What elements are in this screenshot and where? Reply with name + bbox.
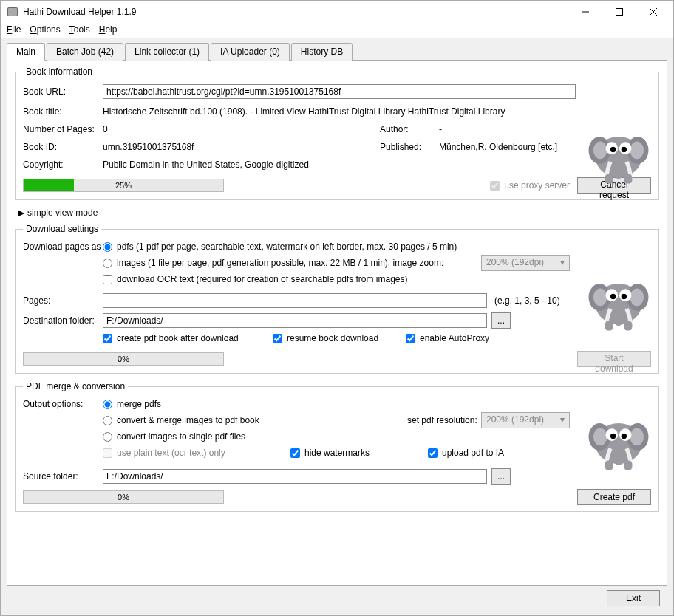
book-info-progress-text: 25%	[24, 179, 223, 192]
menu-options[interactable]: Options	[30, 24, 60, 35]
titlebar: Hathi Download Helper 1.1.9	[1, 1, 673, 23]
window-title: Hathi Download Helper 1.1.9	[23, 7, 568, 17]
svg-point-14	[622, 147, 627, 152]
app-icon	[7, 6, 18, 18]
svg-rect-39	[614, 444, 622, 465]
close-icon	[650, 8, 657, 16]
copyright-label: Copyright:	[23, 160, 103, 170]
plain-text-checkbox	[103, 448, 112, 458]
menubar: File Options Tools Help	[1, 23, 673, 38]
proxy-checkbox	[490, 181, 500, 191]
simple-view-toggle[interactable]: ▶ simple view mode	[18, 208, 659, 218]
book-title-label: Book title:	[23, 106, 103, 117]
pdf-merge-legend: PDF merge & conversion	[23, 381, 128, 391]
footer: Exit	[7, 586, 667, 611]
start-download-button[interactable]: Start download	[577, 351, 651, 367]
plain-text-label: use plain text (ocr text) only	[117, 448, 225, 458]
svg-rect-17	[624, 174, 632, 184]
ocr-label: download OCR text (required for creation…	[117, 274, 408, 284]
upload-ia-checkbox[interactable]	[428, 448, 438, 458]
svg-point-13	[610, 147, 616, 152]
svg-rect-28	[605, 321, 613, 331]
convert-merge-radio[interactable]	[103, 416, 112, 425]
images-radio-label: images (1 file per page, pdf generation …	[117, 258, 443, 268]
pdfs-radio[interactable]	[103, 242, 112, 252]
tab-main[interactable]: Main	[7, 43, 45, 61]
simple-view-label: simple view mode	[27, 208, 98, 218]
tab-panel-main: Book information Book URL: Book title: H…	[7, 60, 667, 586]
proxy-checkbox-wrap: use proxy server	[490, 180, 570, 191]
elephant-icon	[585, 267, 653, 335]
svg-point-22	[630, 288, 644, 306]
autoproxy-label: enable AutoProxy	[420, 333, 489, 343]
download-progress: 0%	[23, 352, 224, 366]
resume-checkbox[interactable]	[273, 334, 282, 343]
maximize-button[interactable]	[602, 1, 636, 23]
bookid-label: Book ID:	[23, 142, 103, 152]
tab-batch[interactable]: Batch Job (42)	[47, 43, 123, 61]
pages-field-label: Pages:	[23, 295, 103, 306]
bookid-value: umn.31951001375168f	[103, 142, 380, 152]
menu-tools[interactable]: Tools	[69, 24, 90, 35]
minimize-icon	[582, 8, 589, 16]
svg-point-10	[630, 141, 644, 159]
tab-history[interactable]: History DB	[291, 43, 353, 61]
menu-help[interactable]: Help	[99, 24, 118, 35]
download-settings-group: Download settings Download pages as pdfs…	[15, 224, 659, 374]
svg-rect-27	[614, 304, 622, 326]
upload-ia-label: upload pdf to IA	[442, 448, 504, 458]
copyright-value: Public Domain in the United States, Goog…	[103, 160, 651, 170]
elephant-icon	[585, 406, 653, 474]
book-url-input[interactable]	[103, 84, 576, 99]
image-zoom-dropdown[interactable]: 200% (192dpi)	[481, 255, 570, 271]
convert-single-radio[interactable]	[103, 432, 112, 442]
svg-rect-3	[616, 9, 623, 16]
hide-watermarks-checkbox[interactable]	[290, 448, 300, 458]
tab-link-collector[interactable]: Link collector (1)	[125, 43, 209, 61]
output-options-label: Output options:	[23, 399, 103, 409]
svg-rect-15	[614, 157, 622, 179]
source-browse-button[interactable]: ...	[491, 468, 511, 485]
download-progress-text: 0%	[24, 353, 223, 366]
dest-browse-button[interactable]: ...	[491, 312, 511, 329]
dest-folder-label: Destination folder:	[23, 315, 103, 326]
pages-input[interactable]	[103, 293, 487, 308]
autoproxy-checkbox[interactable]	[406, 334, 415, 343]
book-info-legend: Book information	[23, 66, 95, 77]
pdfs-radio-label: pdfs (1 pdf per page, searchable text, w…	[117, 242, 457, 252]
create-pdf-checkbox[interactable]	[103, 334, 112, 343]
svg-point-38	[622, 434, 627, 439]
merge-pdfs-label: merge pdfs	[117, 399, 161, 409]
svg-rect-16	[605, 174, 613, 184]
pdf-progress-text: 0%	[24, 491, 223, 504]
convert-single-label: convert images to single pdf files	[117, 431, 245, 442]
book-url-label: Book URL:	[23, 86, 103, 97]
tab-ia-uploader[interactable]: IA Uploader (0)	[211, 43, 290, 61]
svg-rect-1	[8, 8, 17, 16]
ocr-checkbox[interactable]	[103, 275, 112, 284]
source-folder-input[interactable]	[103, 469, 487, 484]
book-title-value: Historische Zeitschrift bd.100 (1908). -…	[103, 106, 576, 117]
svg-rect-29	[624, 321, 632, 331]
published-label: Published:	[380, 142, 439, 152]
triangle-right-icon: ▶	[18, 208, 24, 218]
dest-folder-input[interactable]	[103, 313, 487, 328]
convert-merge-label: convert & merge images to pdf book	[117, 415, 259, 425]
exit-button[interactable]: Exit	[607, 590, 660, 606]
pdf-resolution-dropdown[interactable]: 200% (192dpi)	[481, 412, 570, 428]
pages-value: 0	[103, 124, 380, 134]
svg-point-21	[593, 288, 607, 306]
minimize-button[interactable]	[568, 1, 602, 23]
svg-point-34	[630, 428, 644, 445]
pages-hint: (e.g. 1, 3, 5 - 10)	[494, 295, 560, 306]
book-info-progress: 25%	[23, 179, 224, 192]
create-pdf-button[interactable]: Create pdf	[577, 489, 651, 505]
merge-pdfs-radio[interactable]	[103, 400, 112, 409]
elephant-icon	[585, 120, 653, 188]
proxy-label: use proxy server	[504, 180, 570, 191]
source-folder-label: Source folder:	[23, 471, 103, 482]
images-radio[interactable]	[103, 259, 112, 268]
menu-file[interactable]: File	[7, 24, 21, 35]
svg-point-26	[622, 294, 627, 299]
close-button[interactable]	[636, 1, 670, 23]
